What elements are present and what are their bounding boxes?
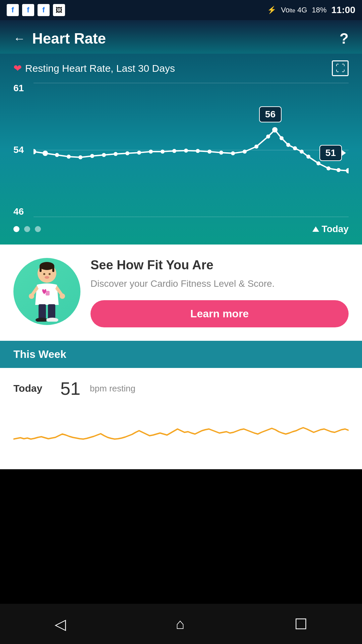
svg-rect-33 [40, 266, 42, 272]
svg-point-21 [272, 127, 278, 132]
nav-home-button[interactable]: ⌂ [176, 615, 185, 632]
bpm-value: 51 [60, 378, 80, 399]
fb-icon-3: f [38, 4, 50, 16]
svg-point-36 [49, 273, 51, 275]
y-label-mid: 54 [13, 145, 24, 155]
fb-icon-2: f [22, 4, 34, 16]
nav-back-button[interactable]: ◁ [55, 615, 66, 633]
svg-point-19 [254, 145, 258, 149]
chart-header: ❤ Resting Heart Rate, Last 30 Days ⛶ [13, 60, 349, 76]
heart-rate-mini-chart [13, 406, 349, 459]
status-bar: f f f 🖼 ⚡ Volte 4G 18% 11:00 [0, 0, 362, 20]
back-button[interactable]: ← [13, 32, 25, 46]
dot-3[interactable] [35, 226, 41, 232]
heart-icon: ❤ [13, 62, 22, 74]
learn-more-button[interactable]: Learn more [90, 300, 349, 327]
svg-point-30 [346, 168, 349, 173]
page-title: Heart Rate [32, 30, 340, 47]
svg-point-7 [114, 152, 118, 156]
triangle-icon [312, 226, 319, 232]
battery-info: 18% [312, 6, 326, 14]
fitness-card-description: Discover your Cardio Fitness Level & Sco… [90, 277, 349, 290]
fitness-content: See How Fit You Are Discover your Cardio… [90, 258, 349, 327]
dot-2[interactable] [24, 226, 30, 232]
svg-point-28 [326, 166, 330, 170]
time-display: 11:00 [331, 5, 355, 15]
grid-line-bot [34, 217, 349, 217]
svg-point-32 [40, 262, 54, 270]
bpm-unit: bpm resting [90, 383, 135, 394]
this-week-header: This Week [0, 341, 362, 368]
fitness-card: See How Fit You Are Discover your Cardio… [0, 245, 362, 341]
chart-title-text: Resting Heart Rate, Last 30 Days [25, 63, 175, 74]
svg-rect-41 [39, 304, 46, 320]
tooltip-56-value: 56 [265, 109, 276, 119]
nav-recent-button[interactable]: ☐ [294, 615, 307, 633]
svg-point-22 [280, 136, 284, 140]
pagination-dots [13, 226, 41, 232]
svg-point-26 [306, 155, 310, 159]
chart-label: ❤ Resting Heart Rate, Last 30 Days [13, 62, 175, 74]
image-icon: 🖼 [53, 4, 65, 16]
fb-icon-1: f [7, 4, 19, 16]
svg-point-12 [172, 149, 176, 153]
chart-area: 61 54 46 [13, 79, 349, 220]
pagination-row: Today [13, 220, 349, 238]
svg-point-37 [45, 276, 49, 279]
today-label-text: Today [322, 224, 349, 234]
grid-line-top [34, 83, 349, 83]
tooltip-51: 51 [319, 145, 342, 161]
grid-line-mid [34, 150, 349, 150]
svg-point-8 [125, 151, 129, 155]
svg-point-40 [60, 293, 65, 299]
today-label: Today [312, 224, 349, 234]
dot-1[interactable] [13, 226, 19, 232]
tooltip-51-value: 51 [325, 148, 336, 158]
svg-point-13 [184, 149, 188, 153]
svg-point-20 [266, 135, 270, 139]
svg-point-6 [102, 153, 106, 157]
status-left-icons: f f f 🖼 [7, 4, 65, 16]
fitness-card-title: See How Fit You Are [90, 258, 349, 272]
nav-bar: ◁ ⌂ ☐ [0, 604, 362, 644]
today-row-label: Today [13, 383, 54, 394]
bluetooth-icon: ⚡ [267, 6, 276, 14]
svg-point-14 [196, 149, 200, 153]
tooltip-56: 56 [259, 106, 282, 122]
signal-info: Volte 4G [281, 6, 307, 14]
svg-point-3 [67, 155, 71, 159]
svg-point-2 [55, 153, 59, 157]
svg-rect-42 [48, 304, 55, 320]
svg-point-29 [337, 168, 341, 172]
svg-rect-34 [52, 266, 54, 272]
svg-point-9 [137, 151, 141, 155]
app-header: ← Heart Rate ? [0, 20, 362, 54]
status-right-info: ⚡ Volte 4G 18% 11:00 [267, 5, 355, 15]
svg-point-17 [231, 151, 235, 155]
y-axis-labels: 61 54 46 [13, 79, 24, 220]
svg-point-5 [90, 154, 94, 158]
svg-point-1 [43, 151, 48, 156]
expand-icon[interactable]: ⛶ [332, 60, 349, 76]
svg-point-23 [286, 143, 290, 147]
this-week-title: This Week [13, 348, 66, 360]
fitness-avatar [13, 258, 80, 325]
chart-section: ❤ Resting Heart Rate, Last 30 Days ⛶ 61 … [0, 54, 362, 245]
help-button[interactable]: ? [340, 30, 349, 47]
chart-canvas: 56 51 [34, 79, 349, 220]
svg-point-39 [29, 293, 34, 299]
svg-point-4 [78, 155, 82, 159]
mini-chart-svg [13, 406, 349, 459]
svg-point-35 [43, 273, 45, 275]
y-label-bot: 46 [13, 206, 24, 217]
today-bpm-row: Today 51 bpm resting [13, 378, 349, 399]
svg-point-27 [316, 161, 320, 165]
y-label-top: 61 [13, 83, 24, 94]
week-content: Today 51 bpm resting [0, 368, 362, 469]
svg-point-16 [219, 151, 223, 155]
svg-rect-38 [46, 291, 50, 296]
avatar-svg [20, 261, 74, 322]
